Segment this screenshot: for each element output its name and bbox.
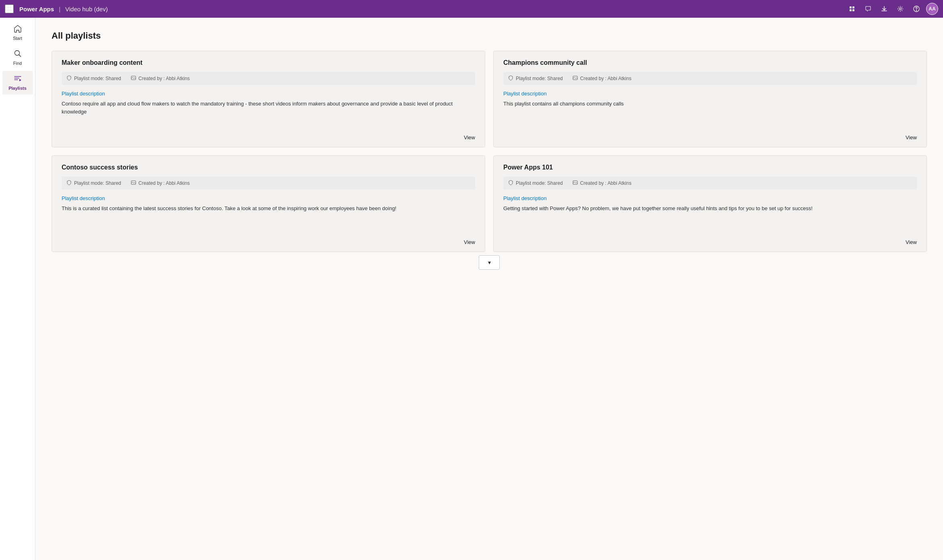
svg-rect-11 bbox=[850, 9, 852, 11]
card-title-2: Contoso success stories bbox=[62, 164, 475, 171]
card-mode-label-0: Playlist mode: Shared bbox=[74, 76, 121, 81]
image-icon-1 bbox=[573, 75, 578, 82]
app-subtitle: Video hub (dev) bbox=[65, 6, 108, 12]
load-more-row: ▾ bbox=[52, 255, 927, 270]
card-desc-text-2: This is a curated list containing the la… bbox=[62, 205, 475, 234]
playlist-card-power-apps-101: Power Apps 101 Playlist mode: Shared Cre… bbox=[493, 155, 927, 252]
image-icon-3 bbox=[573, 180, 578, 186]
sidebar-item-find[interactable]: Find bbox=[2, 46, 33, 69]
card-creator-label-2: Created by : Abbi Atkins bbox=[139, 180, 190, 186]
help-icon-button[interactable] bbox=[910, 2, 923, 15]
search-icon bbox=[13, 49, 22, 59]
sidebar-item-playlists[interactable]: Playlists bbox=[2, 71, 33, 94]
load-more-button[interactable]: ▾ bbox=[479, 255, 500, 270]
sidebar-item-start[interactable]: Start bbox=[2, 21, 33, 44]
svg-rect-1 bbox=[8, 5, 10, 7]
user-avatar[interactable]: AA bbox=[926, 3, 938, 15]
main-content: All playlists Maker onboarding content P… bbox=[35, 18, 943, 560]
playlist-card-maker-onboarding: Maker onboarding content Playlist mode: … bbox=[52, 51, 485, 147]
card-title-1: Champions community call bbox=[503, 59, 917, 66]
card-creator-1: Created by : Abbi Atkins bbox=[573, 75, 631, 82]
card-creator-3: Created by : Abbi Atkins bbox=[573, 180, 631, 186]
card-mode-label-3: Playlist mode: Shared bbox=[516, 180, 563, 186]
page-title: All playlists bbox=[52, 31, 927, 41]
card-view-button-2[interactable]: View bbox=[464, 234, 475, 245]
svg-rect-6 bbox=[6, 10, 8, 12]
image-icon-2 bbox=[131, 180, 136, 186]
sidebar-find-label: Find bbox=[13, 61, 22, 66]
card-mode-1: Playlist mode: Shared bbox=[508, 75, 563, 82]
shield-icon-2 bbox=[66, 180, 72, 186]
download-icon-button[interactable] bbox=[878, 2, 891, 15]
svg-rect-5 bbox=[11, 8, 13, 10]
card-title-0: Maker onboarding content bbox=[62, 59, 475, 66]
card-creator-label-1: Created by : Abbi Atkins bbox=[580, 76, 631, 81]
svg-rect-9 bbox=[850, 6, 852, 8]
card-desc-text-3: Getting started with Power Apps? No prob… bbox=[503, 205, 917, 234]
card-desc-heading-1[interactable]: Playlist description bbox=[503, 91, 917, 97]
playlist-card-champions: Champions community call Playlist mode: … bbox=[493, 51, 927, 147]
svg-rect-3 bbox=[6, 8, 8, 10]
topbar: Power Apps | Video hub (dev) bbox=[0, 0, 943, 18]
card-view-button-0[interactable]: View bbox=[464, 130, 475, 141]
svg-rect-0 bbox=[6, 5, 8, 7]
card-meta-2: Playlist mode: Shared Created by : Abbi … bbox=[62, 177, 475, 190]
playlist-grid: Maker onboarding content Playlist mode: … bbox=[52, 51, 927, 252]
topbar-separator: | bbox=[59, 6, 60, 12]
card-desc-text-1: This playlist contains all champions com… bbox=[503, 100, 917, 130]
svg-rect-4 bbox=[8, 8, 10, 10]
settings-icon-button[interactable] bbox=[894, 2, 907, 15]
topbar-right-actions: AA bbox=[846, 2, 938, 15]
shield-icon-3 bbox=[508, 180, 513, 186]
card-creator-2: Created by : Abbi Atkins bbox=[131, 180, 190, 186]
card-creator-label-3: Created by : Abbi Atkins bbox=[580, 180, 631, 186]
chevron-down-icon: ▾ bbox=[488, 259, 491, 266]
card-creator-0: Created by : Abbi Atkins bbox=[131, 75, 190, 82]
card-mode-3: Playlist mode: Shared bbox=[508, 180, 563, 186]
card-creator-label-0: Created by : Abbi Atkins bbox=[139, 76, 190, 81]
waffle-icon[interactable] bbox=[5, 4, 14, 13]
card-meta-0: Playlist mode: Shared Created by : Abbi … bbox=[62, 72, 475, 85]
playlist-card-contoso: Contoso success stories Playlist mode: S… bbox=[52, 155, 485, 252]
sidebar-start-label: Start bbox=[13, 36, 22, 41]
power-icon-button[interactable] bbox=[846, 2, 858, 15]
svg-rect-10 bbox=[852, 6, 854, 8]
card-view-button-1[interactable]: View bbox=[906, 130, 917, 141]
svg-rect-8 bbox=[11, 10, 13, 12]
shield-icon-0 bbox=[66, 75, 72, 82]
card-desc-heading-2[interactable]: Playlist description bbox=[62, 195, 475, 201]
card-title-3: Power Apps 101 bbox=[503, 164, 917, 171]
svg-point-13 bbox=[900, 8, 902, 10]
card-mode-label-2: Playlist mode: Shared bbox=[74, 180, 121, 186]
card-mode-2: Playlist mode: Shared bbox=[66, 180, 121, 186]
sidebar: Start Find Playlists bbox=[0, 18, 35, 560]
card-desc-heading-3[interactable]: Playlist description bbox=[503, 195, 917, 201]
card-desc-heading-0[interactable]: Playlist description bbox=[62, 91, 475, 97]
app-name: Power Apps bbox=[19, 6, 54, 12]
card-meta-1: Playlist mode: Shared Created by : Abbi … bbox=[503, 72, 917, 85]
card-desc-text-0: Contoso require all app and cloud flow m… bbox=[62, 100, 475, 130]
svg-rect-12 bbox=[852, 9, 854, 11]
card-mode-label-1: Playlist mode: Shared bbox=[516, 76, 563, 81]
svg-rect-2 bbox=[11, 5, 13, 7]
sidebar-playlists-label: Playlists bbox=[8, 86, 27, 91]
image-icon-0 bbox=[131, 75, 136, 82]
card-meta-3: Playlist mode: Shared Created by : Abbi … bbox=[503, 177, 917, 190]
shield-icon-1 bbox=[508, 75, 513, 82]
playlists-icon bbox=[13, 74, 22, 84]
svg-rect-7 bbox=[8, 10, 10, 12]
chat-icon-button[interactable] bbox=[862, 2, 875, 15]
svg-marker-20 bbox=[19, 79, 21, 81]
card-mode-0: Playlist mode: Shared bbox=[66, 75, 121, 82]
svg-point-15 bbox=[916, 10, 916, 10]
card-view-button-3[interactable]: View bbox=[906, 234, 917, 245]
home-icon bbox=[13, 24, 22, 34]
